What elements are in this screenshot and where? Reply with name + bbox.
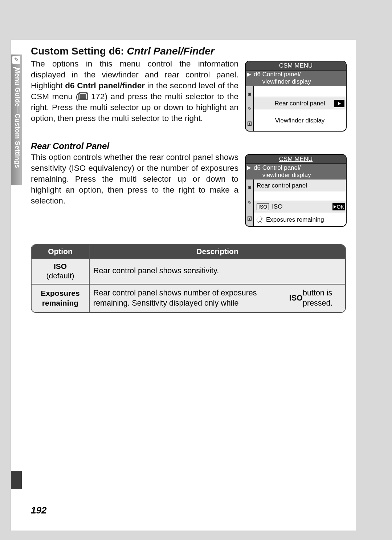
lcd-subtitle: ▶ d6 Control panel/ viewfinder display — [246, 164, 346, 180]
side-tab-label: Menu Guide—Custom Settings — [12, 68, 21, 184]
thumb-tab — [11, 471, 22, 489]
camera-icon: ◙ — [246, 86, 253, 101]
lcd-screenshot-menu: CSM MENU ▶ d6 Control panel/ viewfinder … — [245, 61, 347, 132]
side-tab: ✎ ••• Menu Guide—Custom Settings — [11, 55, 22, 185]
lcd-sub-text: d6 Control panel/ viewfinder display — [254, 71, 311, 85]
page-number: 192 — [31, 505, 46, 516]
title-text: Custom Setting d6: — [31, 45, 127, 57]
table-cell-option: ISO (default) — [32, 259, 90, 284]
lcd-option-viewfinder: Viewfinder display — [254, 110, 346, 131]
desc-bold: ISO — [289, 293, 303, 303]
lcd-title: CSM MENU — [246, 155, 346, 164]
lcd-option-exposures: Exposures remaining — [254, 213, 346, 226]
table-header-description: Description — [90, 245, 345, 258]
iso-badge: ISO — [257, 203, 269, 210]
page-content: Custom Setting d6: Cntrl Panel/Finder Th… — [31, 45, 347, 313]
lcd-option-label: ISO — [272, 203, 282, 210]
table-header: Option Description — [32, 245, 345, 258]
lcd-sub-line: Control panel/ — [262, 164, 301, 171]
intro-row: The options in this menu control the inf… — [31, 59, 347, 132]
setting-code: d6 — [254, 71, 261, 78]
lcd-rows: Rear control panel Viewfinder display — [254, 86, 346, 131]
lcd-sub-text: d6 Control panel/ viewfinder display — [254, 164, 311, 178]
subsection-heading: Rear Control Panel — [31, 141, 347, 151]
triangle-right-icon — [334, 100, 344, 107]
lcd-icon-column: ◙ ✎ ⚿ — [246, 180, 254, 226]
subsection-paragraph: This option controls whether the rear co… — [31, 152, 238, 206]
setting-code: d6 — [254, 164, 261, 171]
section-title: Custom Setting d6: Cntrl Panel/Finder — [31, 45, 347, 57]
desc-text: button is pressed. — [303, 288, 342, 309]
lcd-option-label: Rear control panel — [275, 100, 325, 107]
subsection-row: This option controls whether the rear co… — [31, 152, 347, 227]
lcd-caption: Rear control panel — [257, 182, 307, 189]
lcd-sub-line: viewfinder display — [262, 78, 311, 85]
manual-page: ✎ ••• Menu Guide—Custom Settings Custom … — [11, 40, 356, 531]
intro-paragraph: The options in this menu control the inf… — [31, 59, 238, 124]
lcd-title: CSM MENU — [246, 61, 346, 70]
lcd-subtitle: ▶ d6 Control panel/ viewfinder display — [246, 70, 346, 86]
lcd-sub-line: Control panel/ — [262, 71, 301, 78]
key-icon: ⚿ — [246, 211, 253, 226]
lcd-option-label: Exposures remaining — [266, 216, 324, 223]
lcd-body: ◙ ✎ ⚿ Rear control panel Viewfinder disp… — [246, 86, 346, 131]
exposures-icon — [257, 217, 263, 223]
ok-text: OK — [337, 204, 344, 210]
lcd-caption-row: Rear control panel — [254, 180, 346, 192]
pencil-icon: ✎ — [12, 56, 20, 64]
lcd-screenshot-submenu: CSM MENU ▶ d6 Control panel/ viewfinder … — [245, 154, 347, 227]
table-cell-description: Rear control panel shows sensitivity. — [90, 259, 345, 284]
table-header-option: Option — [32, 245, 90, 258]
menu-item-bold: d6 Cntrl panel/finder — [65, 81, 145, 90]
pencil-icon: ✎ — [246, 195, 253, 211]
lcd-row-spacer — [254, 192, 346, 200]
title-italic: Cntrl Panel/Finder — [127, 45, 214, 57]
lcd-sub-line: viewfinder display — [262, 172, 311, 178]
key-icon: ⚿ — [246, 116, 253, 131]
lcd-icon-column: ◙ ✎ ⚿ — [246, 86, 254, 131]
lcd-rows: Rear control panel ISO ISO OK Exposures … — [254, 180, 346, 226]
table-cell-option: Exposures remaining — [32, 285, 90, 312]
page-reference-icon — [78, 92, 88, 100]
table-row: Exposures remaining Rear control panel s… — [32, 284, 345, 312]
option-name: Exposures remaining — [34, 289, 87, 308]
table-cell-description: Rear control panel shows number of expos… — [90, 285, 345, 312]
option-name: ISO — [54, 262, 67, 270]
play-icon: ▶ — [247, 164, 254, 178]
pencil-icon: ✎ — [246, 101, 253, 116]
ok-indicator: OK — [332, 203, 345, 210]
options-table: Option Description ISO (default) Rear co… — [31, 244, 346, 313]
camera-icon: ◙ — [246, 180, 253, 195]
desc-text: Rear control panel shows number of expos… — [93, 288, 289, 309]
option-default: (default) — [46, 271, 74, 280]
table-row: ISO (default) Rear control panel shows s… — [32, 258, 345, 284]
lcd-option-rear-panel: Rear control panel — [254, 97, 346, 110]
lcd-body: ◙ ✎ ⚿ Rear control panel ISO ISO OK — [246, 180, 346, 226]
play-icon: ▶ — [247, 71, 254, 85]
lcd-option-label: Viewfinder display — [275, 117, 325, 124]
lcd-option-iso: ISO ISO OK — [254, 200, 346, 213]
lcd-row-spacer — [254, 86, 346, 97]
